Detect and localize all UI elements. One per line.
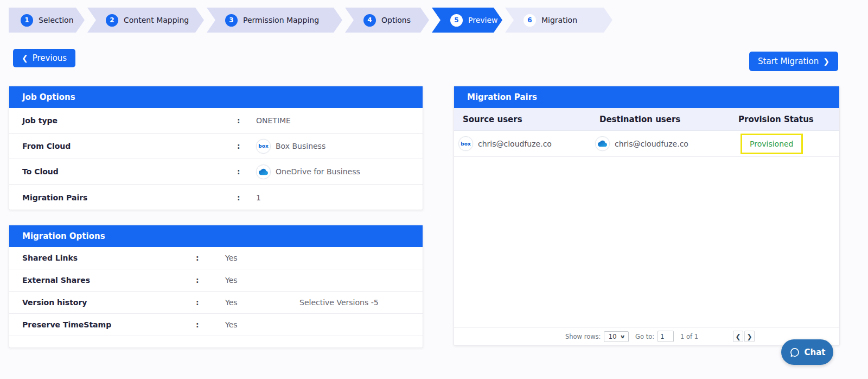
row-value: box Box Business <box>256 139 326 154</box>
colon-separator <box>237 116 256 125</box>
job-options-title: Job Options <box>9 86 423 108</box>
row-label: Preserve TimeStamp <box>22 320 196 329</box>
pair-row: box chris@cloudfuze.co chris@cloudfuze.c… <box>454 131 839 157</box>
migration-pairs-title: Migration Pairs <box>454 86 839 108</box>
row-label: Version history <box>22 298 196 307</box>
goto-label: Go to: <box>635 333 654 340</box>
step-options[interactable]: 4 Options <box>345 8 429 33</box>
show-rows-select[interactable]: 10 ∨ <box>604 331 629 342</box>
pairs-pagination: Show rows: 10 ∨ Go to: 1 of 1 ❮ ❯ <box>454 327 839 345</box>
job-options-panel: Job Options Job type ONETIME From Cloud … <box>9 86 423 210</box>
row-value: OneDrive for Business <box>256 165 360 179</box>
colon-separator <box>196 320 225 329</box>
page-info: 1 of 1 <box>680 333 698 340</box>
status-highlight-box: Provisioned <box>741 134 803 154</box>
chat-button[interactable]: Chat <box>781 339 833 365</box>
step-label: Permission Mapping <box>243 16 319 24</box>
step-number-badge: 1 <box>21 14 33 27</box>
external-shares-row: External Shares Yes <box>9 269 423 292</box>
row-value: ONETIME <box>256 116 291 125</box>
colon-separator <box>237 167 256 176</box>
migration-pairs-count-row: Migration Pairs 1 <box>9 185 423 210</box>
provision-status-cell: Provisioned <box>734 134 835 154</box>
row-label: Shared Links <box>22 254 196 262</box>
row-label: To Cloud <box>22 167 237 176</box>
preserve-timestamp-row: Preserve TimeStamp Yes <box>9 314 423 336</box>
prev-page-button[interactable]: ❮ <box>733 331 743 342</box>
step-label: Preview <box>468 16 498 24</box>
colon-separator <box>196 298 225 307</box>
colon-separator <box>196 276 225 285</box>
row-value: Yes <box>225 276 299 285</box>
chevron-right-icon: ❯ <box>746 333 752 340</box>
box-logo-icon: box <box>256 139 271 154</box>
chevron-left-icon: ❮ <box>22 54 28 62</box>
chat-bubble-icon <box>789 347 800 358</box>
step-migration[interactable]: 6 Migration <box>505 8 612 33</box>
row-value: 1 <box>256 193 261 202</box>
step-content-mapping[interactable]: 2 Content Mapping <box>87 8 204 33</box>
next-page-button[interactable]: ❯ <box>744 331 755 342</box>
step-number-badge: 5 <box>450 14 463 27</box>
migration-options-title: Migration Options <box>9 225 423 247</box>
pairs-empty-area <box>454 157 839 327</box>
colon-separator <box>196 254 225 262</box>
row-value: Yes <box>225 298 299 307</box>
colon-separator <box>237 193 256 202</box>
step-label: Selection <box>39 16 74 24</box>
colon-separator <box>237 142 256 150</box>
step-selection[interactable]: 1 Selection <box>9 8 85 33</box>
migration-options-panel: Migration Options Shared Links Yes Exter… <box>9 225 423 348</box>
step-number-badge: 4 <box>363 14 376 27</box>
row-value: Yes <box>225 254 299 262</box>
show-rows-label: Show rows: <box>565 333 601 340</box>
row-label: Job type <box>22 116 237 125</box>
migration-pairs-panel: Migration Pairs Source users Destination… <box>454 86 840 346</box>
start-migration-button[interactable]: Start Migration ❯ <box>749 52 838 71</box>
chevron-left-icon: ❮ <box>735 333 741 340</box>
col-provision-status: Provision Status <box>738 115 831 124</box>
onedrive-cloud-icon <box>256 165 271 179</box>
step-label: Content Mapping <box>124 16 189 24</box>
step-number-badge: 6 <box>524 14 536 27</box>
step-label: Migration <box>541 16 577 24</box>
chevron-down-icon: ∨ <box>620 334 625 339</box>
step-preview-active[interactable]: 5 Preview <box>432 8 502 33</box>
row-label: From Cloud <box>22 142 237 150</box>
goto-page-input[interactable] <box>658 331 674 342</box>
step-number-badge: 2 <box>106 14 118 27</box>
step-permission-mapping[interactable]: 3 Permission Mapping <box>207 8 342 33</box>
col-source-users: Source users <box>463 115 599 124</box>
step-number-badge: 3 <box>225 14 238 27</box>
step-label: Options <box>381 16 411 24</box>
col-destination-users: Destination users <box>599 115 738 124</box>
row-extra: Selective Versions -5 <box>299 298 379 307</box>
to-cloud-row: To Cloud OneDrive for Business <box>9 159 423 185</box>
destination-user-cell: chris@cloudfuze.co <box>595 136 734 151</box>
row-label: External Shares <box>22 276 196 285</box>
wizard-stepper: 1 Selection 2 Content Mapping 3 Permissi… <box>9 8 612 33</box>
pairs-column-header: Source users Destination users Provision… <box>454 108 839 131</box>
previous-button[interactable]: ❮ Previous <box>13 49 75 67</box>
shared-links-row: Shared Links Yes <box>9 247 423 269</box>
row-label: Migration Pairs <box>22 193 237 202</box>
chevron-right-icon: ❯ <box>823 58 829 65</box>
source-user-cell: box chris@cloudfuze.co <box>458 136 595 151</box>
from-cloud-row: From Cloud box Box Business <box>9 134 423 159</box>
version-history-row: Version history Yes Selective Versions -… <box>9 292 423 314</box>
onedrive-cloud-icon <box>595 136 610 151</box>
job-type-row: Job type ONETIME <box>9 108 423 134</box>
row-value: Yes <box>225 320 299 329</box>
box-logo-icon: box <box>458 136 473 151</box>
